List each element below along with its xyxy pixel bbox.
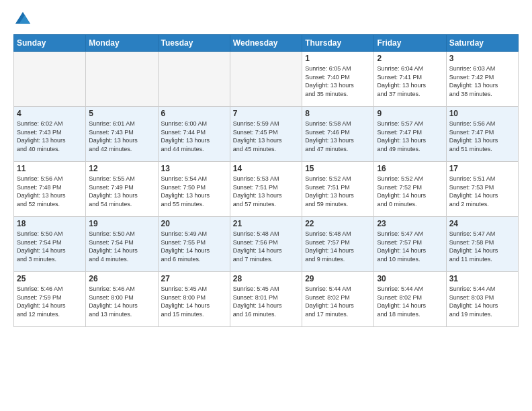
day-number: 20 bbox=[161, 219, 227, 228]
day-info: Sunrise: 5:48 AM Sunset: 7:56 PM Dayligh… bbox=[233, 230, 299, 263]
day-info: Sunrise: 5:59 AM Sunset: 7:45 PM Dayligh… bbox=[233, 120, 299, 153]
calendar-cell: 13Sunrise: 5:54 AM Sunset: 7:50 PM Dayli… bbox=[158, 162, 230, 217]
day-number: 17 bbox=[449, 164, 515, 173]
day-number: 27 bbox=[161, 274, 227, 283]
day-info: Sunrise: 6:05 AM Sunset: 7:40 PM Dayligh… bbox=[305, 64, 371, 98]
day-info: Sunrise: 6:03 AM Sunset: 7:42 PM Dayligh… bbox=[449, 64, 515, 98]
day-number: 1 bbox=[305, 54, 371, 63]
day-number: 10 bbox=[449, 109, 515, 118]
calendar-cell: 26Sunrise: 5:46 AM Sunset: 8:00 PM Dayli… bbox=[86, 272, 158, 327]
calendar-table: SundayMondayTuesdayWednesdayThursdayFrid… bbox=[13, 34, 519, 327]
day-info: Sunrise: 6:00 AM Sunset: 7:44 PM Dayligh… bbox=[161, 120, 227, 153]
day-info: Sunrise: 5:44 AM Sunset: 8:03 PM Dayligh… bbox=[449, 285, 515, 318]
day-number: 6 bbox=[161, 109, 227, 118]
week-row-4: 18Sunrise: 5:50 AM Sunset: 7:54 PM Dayli… bbox=[14, 217, 519, 272]
calendar-cell: 3Sunrise: 6:03 AM Sunset: 7:42 PM Daylig… bbox=[446, 52, 518, 107]
calendar-cell: 18Sunrise: 5:50 AM Sunset: 7:54 PM Dayli… bbox=[14, 217, 86, 272]
calendar-cell: 2Sunrise: 6:04 AM Sunset: 7:41 PM Daylig… bbox=[374, 52, 446, 107]
day-number: 25 bbox=[17, 274, 83, 283]
week-row-5: 25Sunrise: 5:46 AM Sunset: 7:59 PM Dayli… bbox=[14, 272, 519, 327]
calendar-cell: 8Sunrise: 5:58 AM Sunset: 7:46 PM Daylig… bbox=[302, 107, 374, 162]
day-info: Sunrise: 5:54 AM Sunset: 7:50 PM Dayligh… bbox=[161, 175, 227, 208]
day-info: Sunrise: 5:44 AM Sunset: 8:02 PM Dayligh… bbox=[305, 285, 371, 318]
day-number: 26 bbox=[89, 274, 154, 283]
day-number: 29 bbox=[305, 274, 371, 283]
day-number: 14 bbox=[233, 164, 299, 173]
day-info: Sunrise: 5:50 AM Sunset: 7:54 PM Dayligh… bbox=[89, 230, 154, 263]
day-info: Sunrise: 6:04 AM Sunset: 7:41 PM Dayligh… bbox=[377, 64, 443, 98]
day-info: Sunrise: 5:53 AM Sunset: 7:51 PM Dayligh… bbox=[233, 175, 299, 208]
day-number: 2 bbox=[377, 54, 443, 63]
calendar-cell: 25Sunrise: 5:46 AM Sunset: 7:59 PM Dayli… bbox=[14, 272, 86, 327]
weekday-header-row: SundayMondayTuesdayWednesdayThursdayFrid… bbox=[14, 35, 519, 52]
day-number: 7 bbox=[233, 109, 299, 118]
calendar-cell: 23Sunrise: 5:47 AM Sunset: 7:57 PM Dayli… bbox=[374, 217, 446, 272]
calendar-cell: 6Sunrise: 6:00 AM Sunset: 7:44 PM Daylig… bbox=[158, 107, 230, 162]
calendar-cell bbox=[158, 52, 230, 107]
day-number: 19 bbox=[89, 219, 154, 228]
day-info: Sunrise: 5:50 AM Sunset: 7:54 PM Dayligh… bbox=[17, 230, 83, 263]
calendar-cell: 20Sunrise: 5:49 AM Sunset: 7:55 PM Dayli… bbox=[158, 217, 230, 272]
calendar-cell: 17Sunrise: 5:51 AM Sunset: 7:53 PM Dayli… bbox=[446, 162, 518, 217]
calendar-cell: 9Sunrise: 5:57 AM Sunset: 7:47 PM Daylig… bbox=[374, 107, 446, 162]
calendar-cell: 24Sunrise: 5:47 AM Sunset: 7:58 PM Dayli… bbox=[446, 217, 518, 272]
day-number: 4 bbox=[17, 109, 83, 118]
calendar-cell: 12Sunrise: 5:55 AM Sunset: 7:49 PM Dayli… bbox=[86, 162, 158, 217]
day-info: Sunrise: 5:52 AM Sunset: 7:52 PM Dayligh… bbox=[377, 175, 443, 208]
header bbox=[13, 10, 519, 29]
day-number: 31 bbox=[449, 274, 515, 283]
day-info: Sunrise: 5:52 AM Sunset: 7:51 PM Dayligh… bbox=[305, 175, 371, 208]
calendar-cell: 14Sunrise: 5:53 AM Sunset: 7:51 PM Dayli… bbox=[230, 162, 302, 217]
weekday-header-monday: Monday bbox=[86, 35, 158, 52]
day-info: Sunrise: 5:57 AM Sunset: 7:47 PM Dayligh… bbox=[377, 120, 443, 153]
calendar-cell: 27Sunrise: 5:45 AM Sunset: 8:00 PM Dayli… bbox=[158, 272, 230, 327]
day-info: Sunrise: 5:56 AM Sunset: 7:48 PM Dayligh… bbox=[17, 175, 83, 208]
weekday-header-saturday: Saturday bbox=[446, 35, 518, 52]
logo-icon bbox=[13, 10, 32, 29]
calendar-cell: 16Sunrise: 5:52 AM Sunset: 7:52 PM Dayli… bbox=[374, 162, 446, 217]
day-info: Sunrise: 5:45 AM Sunset: 8:01 PM Dayligh… bbox=[233, 285, 299, 318]
calendar-cell bbox=[86, 52, 158, 107]
day-info: Sunrise: 5:46 AM Sunset: 7:59 PM Dayligh… bbox=[17, 285, 83, 318]
week-row-1: 1Sunrise: 6:05 AM Sunset: 7:40 PM Daylig… bbox=[14, 52, 519, 107]
day-number: 13 bbox=[161, 164, 227, 173]
day-info: Sunrise: 5:56 AM Sunset: 7:47 PM Dayligh… bbox=[449, 120, 515, 153]
calendar-cell: 21Sunrise: 5:48 AM Sunset: 7:56 PM Dayli… bbox=[230, 217, 302, 272]
day-number: 11 bbox=[17, 164, 83, 173]
calendar-cell: 10Sunrise: 5:56 AM Sunset: 7:47 PM Dayli… bbox=[446, 107, 518, 162]
calendar-cell bbox=[14, 52, 86, 107]
calendar-cell: 28Sunrise: 5:45 AM Sunset: 8:01 PM Dayli… bbox=[230, 272, 302, 327]
day-number: 21 bbox=[233, 219, 299, 228]
calendar-cell: 5Sunrise: 6:01 AM Sunset: 7:43 PM Daylig… bbox=[86, 107, 158, 162]
day-number: 28 bbox=[233, 274, 299, 283]
week-row-2: 4Sunrise: 6:02 AM Sunset: 7:43 PM Daylig… bbox=[14, 107, 519, 162]
week-row-3: 11Sunrise: 5:56 AM Sunset: 7:48 PM Dayli… bbox=[14, 162, 519, 217]
day-number: 18 bbox=[17, 219, 83, 228]
weekday-header-thursday: Thursday bbox=[302, 35, 374, 52]
day-number: 24 bbox=[449, 219, 515, 228]
day-info: Sunrise: 5:55 AM Sunset: 7:49 PM Dayligh… bbox=[89, 175, 154, 208]
calendar-cell: 30Sunrise: 5:44 AM Sunset: 8:02 PM Dayli… bbox=[374, 272, 446, 327]
weekday-header-tuesday: Tuesday bbox=[158, 35, 230, 52]
day-info: Sunrise: 5:46 AM Sunset: 8:00 PM Dayligh… bbox=[89, 285, 154, 318]
calendar-page: SundayMondayTuesdayWednesdayThursdayFrid… bbox=[0, 0, 532, 411]
day-number: 3 bbox=[449, 54, 515, 63]
calendar-cell bbox=[230, 52, 302, 107]
day-number: 16 bbox=[377, 164, 443, 173]
calendar-cell: 15Sunrise: 5:52 AM Sunset: 7:51 PM Dayli… bbox=[302, 162, 374, 217]
day-number: 15 bbox=[305, 164, 371, 173]
calendar-cell: 11Sunrise: 5:56 AM Sunset: 7:48 PM Dayli… bbox=[14, 162, 86, 217]
day-number: 5 bbox=[89, 109, 154, 118]
calendar-cell: 22Sunrise: 5:48 AM Sunset: 7:57 PM Dayli… bbox=[302, 217, 374, 272]
calendar-cell: 4Sunrise: 6:02 AM Sunset: 7:43 PM Daylig… bbox=[14, 107, 86, 162]
day-info: Sunrise: 5:44 AM Sunset: 8:02 PM Dayligh… bbox=[377, 285, 443, 318]
day-info: Sunrise: 5:48 AM Sunset: 7:57 PM Dayligh… bbox=[305, 230, 371, 263]
day-info: Sunrise: 6:01 AM Sunset: 7:43 PM Dayligh… bbox=[89, 120, 154, 153]
calendar-cell: 31Sunrise: 5:44 AM Sunset: 8:03 PM Dayli… bbox=[446, 272, 518, 327]
calendar-cell: 1Sunrise: 6:05 AM Sunset: 7:40 PM Daylig… bbox=[302, 52, 374, 107]
day-info: Sunrise: 5:58 AM Sunset: 7:46 PM Dayligh… bbox=[305, 120, 371, 153]
logo bbox=[13, 10, 35, 29]
day-number: 12 bbox=[89, 164, 154, 173]
day-info: Sunrise: 5:45 AM Sunset: 8:00 PM Dayligh… bbox=[161, 285, 227, 318]
day-info: Sunrise: 5:51 AM Sunset: 7:53 PM Dayligh… bbox=[449, 175, 515, 208]
